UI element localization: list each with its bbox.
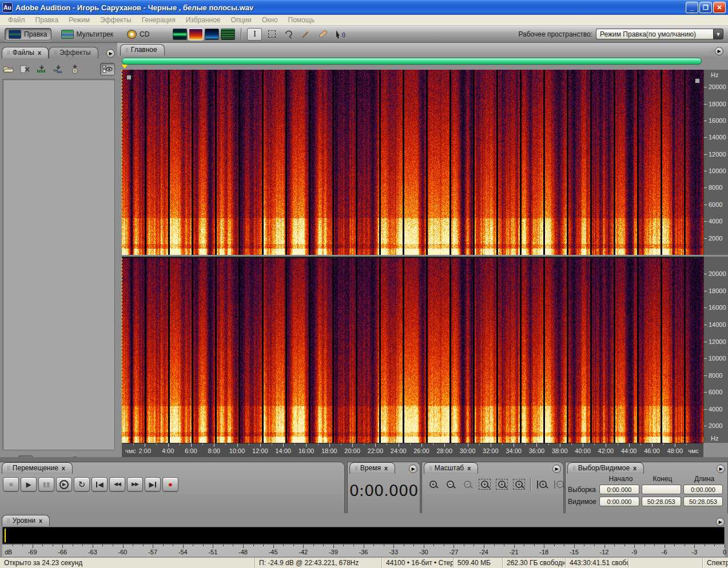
file-list[interactable] <box>2 79 115 450</box>
spectral-view-button[interactable] <box>189 29 203 40</box>
panel-menu-button[interactable]: ▶ <box>716 518 725 526</box>
rewind-button[interactable]: ◀◀ <box>109 477 125 491</box>
tab-grip: ⣿ <box>572 466 575 471</box>
panel-menu-button[interactable]: ▶ <box>409 465 417 473</box>
zoom-selection-right-button[interactable]: + <box>511 477 527 491</box>
mode-button-edit[interactable]: Правка <box>5 28 51 41</box>
menu-item[interactable]: Избранное <box>181 15 225 25</box>
workspace-dropdown[interactable]: Режим Правка(по умолчанию) ▼ <box>596 29 723 39</box>
play-button[interactable]: ▶ <box>21 477 37 491</box>
panel-menu-button[interactable]: ▶ <box>717 465 725 473</box>
effects-paintbrush-tool-button[interactable] <box>299 28 313 41</box>
tab-main-view[interactable]: ⣿ Главное <box>120 44 165 55</box>
panel-menu-button[interactable]: ▶ <box>106 49 115 58</box>
spot-healing-brush-tool-button[interactable] <box>316 28 331 41</box>
close-icon[interactable]: x <box>39 517 42 524</box>
spectrogram-right-channel[interactable] <box>122 257 703 443</box>
loop-play-button[interactable]: ↻ <box>74 477 90 491</box>
menu-item[interactable]: Режим <box>64 15 94 25</box>
status-cell: П: -24.9 dB @ 22:43.221, 678Hz <box>254 558 381 568</box>
tab-time[interactable]: ⣿ Время x <box>349 462 395 474</box>
spectral-phase-view-button[interactable] <box>221 29 235 40</box>
tab-files-panel-0[interactable]: ⣿Файлыx <box>2 47 49 58</box>
restore-button[interactable]: ❐ <box>699 2 712 13</box>
menu-item[interactable]: Помощь <box>284 15 319 25</box>
menu-item[interactable]: Окно <box>257 15 283 25</box>
scrub-cursor-icon <box>335 30 346 39</box>
selection-value-field[interactable]: 50:28.053 <box>683 497 723 506</box>
import-session-icon[interactable] <box>52 64 65 75</box>
zoom-out-horizontal-button[interactable]: − <box>443 477 458 491</box>
selection-panel: ⣿ Выбор/Видимое x ▶ НачалоКонецДлинаВыбо… <box>565 462 728 513</box>
menu-item[interactable]: Файл <box>3 15 30 25</box>
zoom-out-full-button[interactable]: − <box>460 477 475 491</box>
minimize-button[interactable]: _ <box>686 2 698 13</box>
fast-forward-button[interactable]: ▶▶ <box>127 477 143 491</box>
time-selection-tool-button[interactable]: I <box>247 28 262 41</box>
selection-value-field[interactable]: 0:00.000 <box>599 485 639 494</box>
mode-button-cd[interactable]: CD <box>123 28 153 41</box>
menu-item[interactable]: Опции <box>226 15 256 25</box>
db-tick <box>143 545 144 546</box>
frequency-ruler-right[interactable]: Hz20000180001600014000120001000080006000… <box>703 257 728 443</box>
panel-menu-button[interactable]: ▶ <box>715 47 723 55</box>
menu-item[interactable]: Генерация <box>137 15 180 25</box>
play-from-cursor-button[interactable]: ▶ <box>56 477 72 491</box>
selection-value-field[interactable] <box>642 485 681 494</box>
record-button[interactable]: ● <box>162 477 178 491</box>
db-unit-label: dB <box>5 549 12 555</box>
close-icon[interactable]: x <box>633 465 636 471</box>
tab-selection[interactable]: ⣿ Выбор/Видимое x <box>567 462 644 474</box>
import-audio-icon[interactable] <box>35 64 48 75</box>
tab-transport[interactable]: ⣿ Перемещение x <box>2 462 73 474</box>
panel-menu-button[interactable]: ▶ <box>552 465 561 473</box>
zoom-to-selection-button[interactable]: + <box>477 477 492 491</box>
spectral-pan-view-button[interactable] <box>205 29 219 40</box>
close-button[interactable]: ✕ <box>713 2 726 13</box>
tab-zoom[interactable]: ⣿ Масштаб x <box>424 462 478 474</box>
horizontal-scrollbar[interactable] <box>122 58 702 65</box>
level-meter[interactable] <box>2 527 725 544</box>
spectrogram-canvas[interactable] <box>122 70 703 255</box>
selection-value-field[interactable]: 0:00.000 <box>599 497 639 506</box>
tab-label: Эффекты <box>59 49 91 57</box>
lasso-selection-tool-button[interactable] <box>281 28 296 41</box>
tab-levels[interactable]: ⣿ Уровни x <box>2 515 50 526</box>
zoom-in-vertical-button[interactable]: + <box>534 477 550 491</box>
db-tick <box>674 545 675 546</box>
spectrogram-left-channel[interactable] <box>122 70 703 255</box>
chevron-down-icon[interactable]: ▼ <box>713 29 723 39</box>
open-file-icon[interactable] <box>2 64 15 75</box>
menu-item[interactable]: Правка <box>31 15 63 25</box>
zoom-out-vertical-button[interactable]: − <box>551 477 567 491</box>
mode-button-multitrack[interactable]: Мультитрек <box>57 28 117 41</box>
playhead-marker-top[interactable] <box>122 65 128 69</box>
show-options-icon[interactable] <box>100 63 115 75</box>
go-to-start-button[interactable]: ◀ <box>92 477 108 491</box>
waveform-view-button[interactable] <box>173 29 187 40</box>
timeline-ruler[interactable]: чмсчмс2:004:006:008:0010:0012:0014:0016:… <box>122 443 703 457</box>
spectrogram-canvas[interactable] <box>122 258 703 443</box>
zoom-selection-left-button[interactable]: + <box>494 477 510 491</box>
close-icon[interactable]: x <box>62 465 65 471</box>
close-icon[interactable]: x <box>384 465 388 471</box>
scrub-tool-button[interactable] <box>333 28 348 41</box>
go-to-end-button[interactable]: ▶ <box>145 477 161 491</box>
selection-value-field[interactable]: 0:00.000 <box>683 485 723 494</box>
marquee-selection-tool-button[interactable] <box>264 28 279 41</box>
zoom-in-horizontal-button[interactable]: + <box>425 477 441 491</box>
import-cd-icon[interactable] <box>69 64 81 75</box>
pause-button[interactable]: ▮▮ <box>38 477 54 491</box>
close-file-icon[interactable] <box>19 64 31 75</box>
menu-item[interactable]: Эффекты <box>96 15 136 25</box>
timeline-tick <box>249 443 249 445</box>
frequency-ruler-left[interactable]: Hz20000180001600014000120001000080006000… <box>703 70 728 255</box>
close-icon[interactable]: x <box>467 465 471 471</box>
title-bar[interactable]: Au Adobe Audition - Игорь Саруханов - Че… <box>0 0 728 15</box>
selection-value-field[interactable]: 50:28.053 <box>642 497 681 506</box>
spectral-handle[interactable] <box>126 75 132 80</box>
tab-files-panel-1[interactable]: ⣿Эффекты <box>49 47 98 58</box>
close-icon[interactable]: x <box>38 49 41 56</box>
spectral-handle[interactable] <box>695 78 700 83</box>
stop-button[interactable]: ■ <box>3 477 19 491</box>
